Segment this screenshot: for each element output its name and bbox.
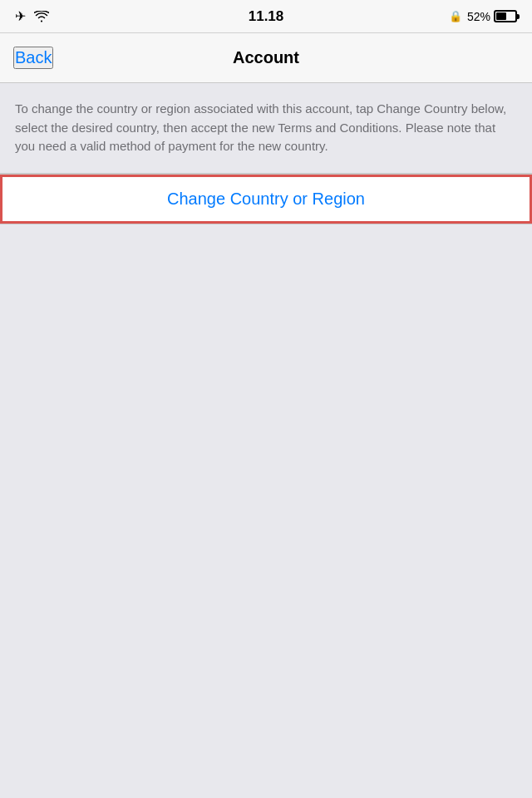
airplane-icon: ✈ [15, 8, 26, 24]
info-text: To change the country or region associat… [15, 100, 517, 156]
main-content [0, 224, 532, 799]
battery-fill [496, 12, 506, 20]
button-section: Change Country or Region [0, 174, 532, 224]
battery-icon [494, 10, 517, 22]
wifi-icon [34, 11, 49, 22]
battery-percent: 52% [467, 10, 490, 23]
status-right: 🔒 52% [449, 10, 517, 23]
change-country-button[interactable]: Change Country or Region [0, 175, 532, 224]
lock-icon: 🔒 [449, 10, 462, 22]
status-time: 11.18 [249, 8, 284, 25]
page-title: Account [233, 48, 299, 67]
back-button[interactable]: Back [13, 47, 53, 69]
status-bar: ✈ 11.18 🔒 52% [0, 0, 532, 33]
status-left: ✈ [15, 8, 49, 24]
nav-bar: Back Account [0, 33, 532, 83]
info-section: To change the country or region associat… [0, 83, 532, 174]
battery-container: 52% [467, 10, 517, 23]
